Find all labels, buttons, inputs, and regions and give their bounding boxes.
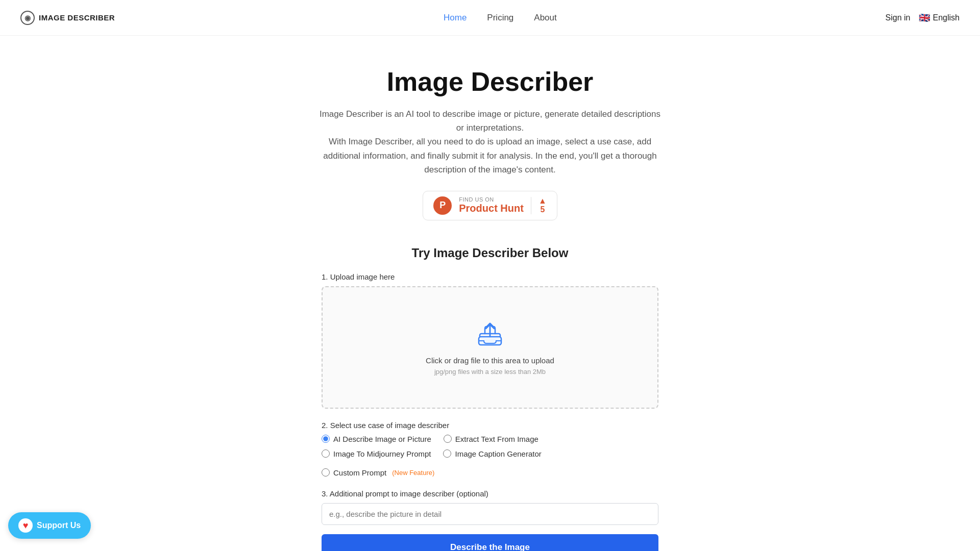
upload-icon <box>477 319 503 348</box>
radio-midjourney[interactable]: Image To Midjourney Prompt <box>322 449 431 458</box>
nav-pricing[interactable]: Pricing <box>487 13 513 23</box>
try-title: Try Image Describer Below <box>322 246 658 260</box>
ph-logo-icon: P <box>433 196 452 215</box>
radio-ai-describe-input[interactable] <box>322 435 330 443</box>
signin-link[interactable]: Sign in <box>886 13 911 22</box>
upload-click-label: Click or drag file to this area to uploa… <box>426 356 554 365</box>
radio-extract-text-label: Extract Text From Image <box>455 435 538 443</box>
radio-options: AI Describe Image or Picture Extract Tex… <box>322 435 658 477</box>
submit-button[interactable]: Describe the Image <box>322 534 658 551</box>
ph-find-label: FIND US ON <box>459 196 524 203</box>
ph-votes: ▲ 5 <box>531 197 547 214</box>
ph-name-label: Product Hunt <box>459 203 524 214</box>
support-label: Support Us <box>37 521 81 530</box>
radio-custom-label: Custom Prompt <box>333 468 386 477</box>
logo[interactable]: ◉ IMAGE DESCRIBER <box>20 11 115 25</box>
flag-icon: 🇬🇧 <box>919 12 930 23</box>
upload-hint-label: jpg/png files with a size less than 2Mb <box>434 368 546 375</box>
logo-text: IMAGE DESCRIBER <box>39 13 115 22</box>
nav-right: Sign in 🇬🇧 English <box>886 12 960 23</box>
navbar: ◉ IMAGE DESCRIBER Home Pricing About Sig… <box>0 0 980 36</box>
hero-section: Image Describer Image Describer is an AI… <box>0 36 980 236</box>
nav-home[interactable]: Home <box>444 13 467 23</box>
ph-arrow-icon: ▲ <box>538 197 547 205</box>
logo-icon: ◉ <box>20 11 35 25</box>
language-selector[interactable]: 🇬🇧 English <box>919 12 960 23</box>
product-hunt-badge[interactable]: P FIND US ON Product Hunt ▲ 5 <box>423 191 557 220</box>
additional-prompt-input[interactable] <box>322 503 658 525</box>
step2-label: 2. Select use case of image describer <box>322 421 658 430</box>
radio-extract-text-input[interactable] <box>444 435 452 443</box>
hero-description: Image Describer is an AI tool to describ… <box>316 107 664 177</box>
step1-label: 1. Upload image here <box>322 272 658 281</box>
radio-midjourney-label: Image To Midjourney Prompt <box>333 449 431 458</box>
support-heart-icon: ♥ <box>18 518 33 533</box>
use-case-section: 2. Select use case of image describer AI… <box>322 421 658 477</box>
hero-title: Image Describer <box>10 66 970 97</box>
radio-extract-text[interactable]: Extract Text From Image <box>444 435 538 443</box>
radio-caption-label: Image Caption Generator <box>455 449 541 458</box>
nav-about[interactable]: About <box>534 13 556 23</box>
new-feature-badge: (New Feature) <box>392 469 434 477</box>
radio-custom-input[interactable] <box>322 468 330 477</box>
nav-links: Home Pricing About <box>444 13 557 23</box>
main-content: Try Image Describer Below 1. Upload imag… <box>311 236 669 551</box>
radio-midjourney-input[interactable] <box>322 449 330 458</box>
language-label: English <box>933 13 960 22</box>
radio-ai-describe-label: AI Describe Image or Picture <box>333 435 431 443</box>
support-widget[interactable]: ♥ Support Us <box>8 512 91 539</box>
step3-label: 3. Additional prompt to image describer … <box>322 489 658 498</box>
ph-text: FIND US ON Product Hunt <box>459 196 524 214</box>
radio-caption-input[interactable] <box>443 449 451 458</box>
ph-vote-count: 5 <box>540 205 545 214</box>
radio-caption[interactable]: Image Caption Generator <box>443 449 541 458</box>
additional-prompt-section: 3. Additional prompt to image describer … <box>322 489 658 525</box>
radio-custom[interactable]: Custom Prompt (New Feature) <box>322 468 434 477</box>
radio-ai-describe[interactable]: AI Describe Image or Picture <box>322 435 431 443</box>
upload-area[interactable]: Click or drag file to this area to uploa… <box>322 286 658 409</box>
